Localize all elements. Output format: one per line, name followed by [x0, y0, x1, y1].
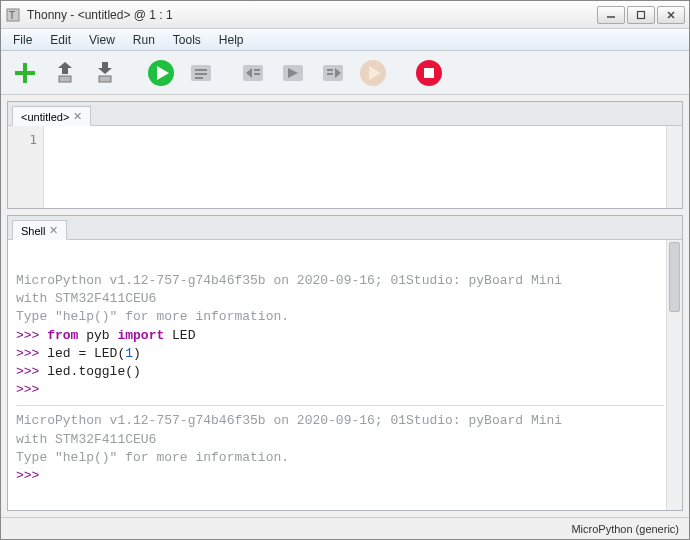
- code-text: led.toggle(): [39, 364, 140, 379]
- code-area[interactable]: [44, 126, 666, 208]
- status-bar: MicroPython (generic): [1, 517, 689, 539]
- run-button[interactable]: [145, 57, 177, 89]
- step-into-button[interactable]: [277, 57, 309, 89]
- scrollbar-thumb[interactable]: [669, 242, 680, 312]
- shell-line: >>>: [16, 467, 664, 485]
- title-bar: T Thonny - <untitled> @ 1 : 1: [1, 1, 689, 29]
- kw-from: from: [39, 328, 86, 343]
- window-title: Thonny - <untitled> @ 1 : 1: [27, 8, 597, 22]
- editor-tabs: <untitled> ✕: [8, 102, 682, 126]
- save-file-button[interactable]: [89, 57, 121, 89]
- shell-scrollbar[interactable]: [666, 240, 682, 510]
- menu-tools[interactable]: Tools: [165, 31, 209, 49]
- menu-edit[interactable]: Edit: [42, 31, 79, 49]
- stop-button[interactable]: [413, 57, 445, 89]
- shell-banner: Type "help()" for more information.: [16, 449, 664, 467]
- menu-help[interactable]: Help: [211, 31, 252, 49]
- editor-scrollbar[interactable]: [666, 126, 682, 208]
- svg-rect-3: [638, 11, 645, 18]
- shell-banner: MicroPython v1.12-757-g74b46f35b on 2020…: [16, 272, 664, 290]
- window-controls: [597, 6, 685, 24]
- prompt: >>>: [16, 382, 39, 397]
- menu-run[interactable]: Run: [125, 31, 163, 49]
- editor-gutter: 1: [8, 126, 44, 208]
- shell-tab[interactable]: Shell ✕: [12, 220, 67, 240]
- debug-button[interactable]: [185, 57, 217, 89]
- editor-tab-label: <untitled>: [21, 111, 69, 123]
- editor-tab[interactable]: <untitled> ✕: [12, 106, 91, 126]
- step-out-button[interactable]: [317, 57, 349, 89]
- num-literal: 1: [125, 346, 133, 361]
- shell-pane: Shell ✕ MicroPython v1.12-757-g74b46f35b…: [7, 215, 683, 511]
- prompt: >>>: [16, 346, 39, 361]
- kw-import: import: [117, 328, 172, 343]
- shell-tabs: Shell ✕: [8, 216, 682, 240]
- resume-button[interactable]: [357, 57, 389, 89]
- close-icon[interactable]: ✕: [49, 224, 58, 237]
- shell-line: >>>: [16, 381, 664, 399]
- shell-line: >>> led = LED(1): [16, 345, 664, 363]
- editor-body: 1: [8, 126, 682, 208]
- step-over-button[interactable]: [237, 57, 269, 89]
- menu-bar: File Edit View Run Tools Help: [1, 29, 689, 51]
- svg-rect-9: [99, 76, 111, 82]
- shell-banner: Type "help()" for more information.: [16, 308, 664, 326]
- svg-rect-29: [424, 68, 434, 78]
- menu-view[interactable]: View: [81, 31, 123, 49]
- line-number: 1: [8, 132, 37, 147]
- prompt: >>>: [16, 328, 39, 343]
- app-icon: T: [5, 7, 21, 23]
- svg-rect-7: [15, 71, 35, 75]
- shell-body[interactable]: MicroPython v1.12-757-g74b46f35b on 2020…: [8, 240, 682, 510]
- toolbar: [1, 51, 689, 95]
- app-window: T Thonny - <untitled> @ 1 : 1 File Edit …: [0, 0, 690, 540]
- content-area: <untitled> ✕ 1 Shell ✕ Micr: [1, 95, 689, 517]
- editor-pane: <untitled> ✕ 1: [7, 101, 683, 209]
- menu-file[interactable]: File: [5, 31, 40, 49]
- shell-tab-label: Shell: [21, 225, 45, 237]
- svg-text:T: T: [9, 10, 15, 21]
- close-button[interactable]: [657, 6, 685, 24]
- close-icon[interactable]: ✕: [73, 110, 82, 123]
- prompt: >>>: [16, 468, 39, 483]
- prompt: >>>: [16, 364, 39, 379]
- maximize-button[interactable]: [627, 6, 655, 24]
- shell-banner: MicroPython v1.12-757-g74b46f35b on 2020…: [16, 412, 664, 430]
- shell-line: >>> from pyb import LED: [16, 327, 664, 345]
- shell-banner: with STM32F411CEU6: [16, 290, 664, 308]
- shell-line: >>> led.toggle(): [16, 363, 664, 381]
- new-file-button[interactable]: [9, 57, 41, 89]
- shell-banner: with STM32F411CEU6: [16, 431, 664, 449]
- mod-name: pyb: [86, 328, 117, 343]
- code-text: led = LED(: [39, 346, 125, 361]
- import-name: LED: [172, 328, 195, 343]
- interpreter-label[interactable]: MicroPython (generic): [571, 523, 679, 535]
- shell-separator: [16, 405, 664, 406]
- minimize-button[interactable]: [597, 6, 625, 24]
- svg-rect-8: [59, 76, 71, 82]
- open-file-button[interactable]: [49, 57, 81, 89]
- code-text: ): [133, 346, 141, 361]
